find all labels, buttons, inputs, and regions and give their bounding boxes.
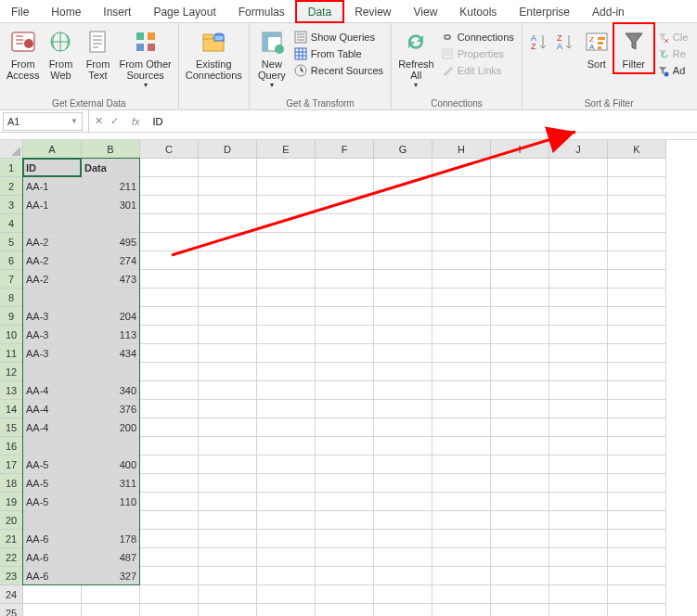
cell[interactable] — [608, 548, 666, 567]
chevron-down-icon[interactable]: ▼ — [71, 117, 78, 125]
col-header-E[interactable]: E — [257, 140, 316, 159]
cell[interactable] — [549, 548, 608, 567]
cell[interactable] — [374, 548, 432, 567]
cell[interactable] — [257, 381, 316, 400]
cell[interactable] — [140, 381, 199, 400]
cell[interactable] — [199, 177, 257, 196]
cell[interactable] — [82, 511, 140, 530]
cell[interactable]: AA-4 — [23, 400, 82, 418]
cell[interactable] — [432, 548, 491, 567]
cell[interactable] — [608, 177, 666, 196]
cell[interactable] — [140, 251, 199, 270]
from-access-button[interactable]: FromAccess — [4, 25, 42, 83]
cell[interactable]: 301 — [82, 196, 140, 214]
cell[interactable] — [374, 159, 432, 177]
cell[interactable] — [608, 326, 666, 344]
cell[interactable] — [491, 196, 549, 214]
col-header-B[interactable]: B — [82, 140, 140, 159]
cell[interactable] — [199, 585, 257, 604]
cell[interactable] — [316, 381, 374, 400]
cell[interactable] — [316, 270, 374, 289]
cell[interactable] — [432, 177, 491, 196]
cell[interactable] — [199, 418, 257, 437]
cell[interactable] — [608, 159, 666, 177]
cell[interactable] — [491, 177, 549, 196]
row-header[interactable]: 1 — [0, 159, 23, 177]
new-query-button[interactable]: NewQuery ▾ — [253, 25, 290, 91]
cell[interactable] — [491, 270, 549, 289]
row-header[interactable]: 18 — [0, 474, 23, 493]
cell[interactable] — [432, 418, 491, 437]
cell[interactable] — [491, 307, 549, 326]
cell[interactable]: AA-6 — [23, 548, 82, 567]
cell[interactable] — [608, 381, 666, 400]
cell[interactable] — [374, 418, 432, 437]
cell[interactable] — [432, 456, 491, 474]
cell[interactable] — [374, 567, 432, 585]
cell[interactable] — [374, 456, 432, 474]
cell[interactable] — [549, 289, 608, 307]
cell[interactable]: ID — [23, 159, 82, 177]
cell[interactable] — [316, 604, 374, 616]
cell[interactable] — [491, 400, 549, 418]
from-text-button[interactable]: FromText — [79, 25, 116, 83]
cell[interactable] — [140, 196, 199, 214]
cell[interactable] — [199, 604, 257, 616]
row-header[interactable]: 25 — [0, 604, 23, 616]
cell[interactable] — [491, 604, 549, 616]
cell[interactable]: 376 — [82, 400, 140, 418]
cell[interactable] — [257, 251, 316, 270]
cell[interactable] — [257, 326, 316, 344]
cell[interactable] — [257, 511, 316, 530]
cell[interactable]: 113 — [82, 326, 140, 344]
row-header[interactable]: 24 — [0, 585, 23, 604]
cell[interactable] — [374, 214, 432, 233]
cell[interactable] — [140, 233, 199, 251]
cell[interactable]: AA-3 — [23, 344, 82, 363]
cell[interactable] — [608, 474, 666, 493]
name-box[interactable]: A1 ▼ — [3, 112, 83, 131]
cell[interactable] — [549, 400, 608, 418]
cell[interactable] — [374, 493, 432, 511]
row-header[interactable]: 12 — [0, 363, 23, 381]
cell[interactable] — [257, 214, 316, 233]
cell[interactable] — [316, 344, 374, 363]
cell[interactable] — [140, 474, 199, 493]
cell[interactable] — [608, 400, 666, 418]
formula-input[interactable] — [146, 110, 697, 132]
cell[interactable] — [140, 289, 199, 307]
cell[interactable] — [374, 381, 432, 400]
cell[interactable] — [374, 604, 432, 616]
cell[interactable] — [316, 177, 374, 196]
cell[interactable] — [491, 159, 549, 177]
cell[interactable] — [199, 381, 257, 400]
cell[interactable] — [374, 251, 432, 270]
cell[interactable] — [491, 363, 549, 381]
row-header[interactable]: 20 — [0, 511, 23, 530]
cell[interactable] — [316, 530, 374, 548]
cell[interactable] — [316, 493, 374, 511]
cell[interactable] — [608, 289, 666, 307]
cell[interactable] — [82, 585, 140, 604]
cell[interactable]: 200 — [82, 418, 140, 437]
cell[interactable] — [432, 381, 491, 400]
cell[interactable] — [140, 159, 199, 177]
cell[interactable] — [432, 251, 491, 270]
cell[interactable] — [608, 363, 666, 381]
cell[interactable] — [140, 511, 199, 530]
cell[interactable]: AA-5 — [23, 474, 82, 493]
cell[interactable] — [491, 456, 549, 474]
cell[interactable] — [257, 344, 316, 363]
cell[interactable] — [374, 585, 432, 604]
cell[interactable] — [316, 251, 374, 270]
advanced-filter-button[interactable]: Ad — [652, 62, 692, 79]
cell[interactable] — [82, 437, 140, 456]
cell[interactable] — [257, 289, 316, 307]
cell[interactable] — [549, 326, 608, 344]
row-header[interactable]: 2 — [0, 177, 23, 196]
cell[interactable] — [257, 177, 316, 196]
col-header-I[interactable]: I — [491, 140, 549, 159]
show-queries-button[interactable]: Show Queries — [290, 29, 387, 45]
row-header[interactable]: 8 — [0, 289, 23, 307]
col-header-J[interactable]: J — [549, 140, 608, 159]
